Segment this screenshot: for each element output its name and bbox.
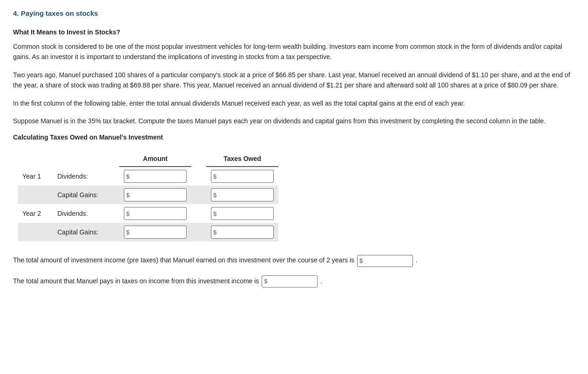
year1-capgains-taxes-input[interactable] (217, 192, 271, 199)
calculation-table: Amount Taxes Owed Year 1 Dividends: $ (18, 152, 278, 241)
col-header-taxes: Taxes Owed (206, 152, 278, 167)
year2-capgains-label: Capital Gains: (53, 223, 119, 241)
year1-capgains-amount-input[interactable] (130, 192, 184, 199)
paragraph-1: Common stock is considered to be one of … (13, 41, 575, 62)
paragraph-4: Suppose Manuel is in the 35% tax bracket… (13, 116, 575, 126)
year2-dividends-label: Dividends: (53, 204, 119, 223)
year2-dividends-amount-cell: $ (119, 204, 191, 223)
year1-capgains-taxes-cell: $ (206, 186, 278, 204)
year1-dividends-label: Dividends: (53, 167, 119, 186)
year1-dividends-amount-input[interactable] (130, 173, 184, 180)
dollar-sign: $ (126, 173, 129, 180)
paragraph-3: In the first column of the following tab… (13, 98, 575, 108)
table-row: Capital Gains: $ $ (18, 186, 278, 204)
year-2-label: Year 2 (18, 204, 53, 223)
total-income-input[interactable] (364, 257, 411, 264)
total-taxes-input-wrap: $ (262, 275, 318, 287)
year2-capgains-taxes-input[interactable] (217, 229, 271, 236)
dollar-sign: $ (213, 173, 216, 180)
year2-dividends-amount-input[interactable] (130, 210, 184, 217)
bottom-text-2: The total amount that Manuel pays in tax… (13, 275, 575, 287)
dollar-sign: $ (359, 255, 363, 266)
empty-year-label-2 (18, 223, 53, 241)
col-header-amount: Amount (119, 152, 191, 167)
year1-capgains-amount-cell: $ (119, 186, 191, 204)
bottom-text-1: The total amount of investment income (p… (13, 254, 575, 267)
dollar-sign: $ (213, 229, 216, 236)
table-row: Capital Gains: $ $ (18, 223, 278, 241)
year1-dividends-taxes-cell: $ (206, 167, 278, 186)
dollar-sign: $ (126, 229, 129, 236)
year2-dividends-taxes-cell: $ (206, 204, 278, 223)
total-taxes-input[interactable] (269, 278, 316, 285)
year1-capgains-label: Capital Gains: (53, 186, 119, 204)
dollar-sign: $ (126, 192, 129, 199)
paragraph-2: Two years ago, Manuel purchased 100 shar… (13, 70, 575, 91)
empty-year-label (18, 186, 53, 204)
year1-dividends-amount-cell: $ (119, 167, 191, 186)
year2-dividends-taxes-input[interactable] (217, 210, 271, 217)
table-wrapper: Amount Taxes Owed Year 1 Dividends: $ (18, 152, 575, 241)
dollar-sign: $ (126, 210, 129, 217)
dollar-sign: $ (213, 192, 216, 199)
table-row: Year 2 Dividends: $ $ (18, 204, 278, 223)
subheading: What It Means to Invest in Stocks? (13, 28, 575, 36)
year1-dividends-taxes-input[interactable] (217, 173, 271, 180)
table-row: Year 1 Dividends: $ $ (18, 167, 278, 186)
year2-capgains-amount-input[interactable] (130, 229, 184, 236)
section-title: 4. Paying taxes on stocks (13, 9, 575, 17)
table-heading: Calculating Taxes Owed on Manuel's Inves… (13, 134, 575, 141)
total-income-input-wrap: $ (357, 255, 413, 267)
year2-capgains-taxes-cell: $ (206, 223, 278, 241)
year2-capgains-amount-cell: $ (119, 223, 191, 241)
dollar-sign: $ (264, 276, 267, 287)
dollar-sign: $ (213, 210, 216, 217)
year-1-label: Year 1 (18, 167, 53, 186)
